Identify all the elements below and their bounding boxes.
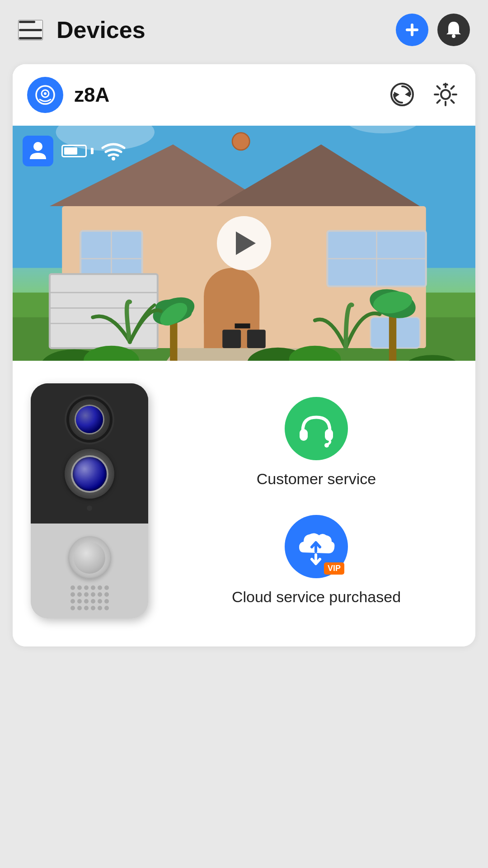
svg-rect-39 xyxy=(235,323,250,328)
menu-line-2 xyxy=(19,29,42,31)
svg-rect-37 xyxy=(222,330,241,348)
notification-button[interactable] xyxy=(437,14,470,46)
speaker-dot xyxy=(84,606,89,610)
speaker-dot xyxy=(77,599,82,604)
doorbell-button[interactable] xyxy=(68,536,111,579)
menu-line-3 xyxy=(19,37,42,39)
doorbell-camera-inner xyxy=(73,457,107,491)
svg-rect-1 xyxy=(406,28,418,31)
svg-point-49 xyxy=(112,157,115,160)
device-card: z8A xyxy=(13,64,475,646)
customer-service-label: Customer service xyxy=(257,470,376,488)
camera-overlay-top xyxy=(23,136,125,166)
svg-marker-7 xyxy=(405,91,410,97)
wifi-icon xyxy=(102,141,125,160)
speaker-dot xyxy=(84,599,89,604)
vip-badge: VIP xyxy=(324,562,344,575)
svg-rect-40 xyxy=(389,311,396,361)
speaker-dot xyxy=(91,592,95,597)
speaker-dot xyxy=(84,592,89,597)
play-button[interactable] xyxy=(217,216,271,270)
speaker-dot xyxy=(84,585,89,590)
speaker-dot xyxy=(98,606,102,610)
svg-point-19 xyxy=(232,133,249,150)
svg-point-52 xyxy=(324,443,329,448)
battery-fill xyxy=(64,147,77,155)
svg-point-2 xyxy=(452,34,455,38)
svg-point-5 xyxy=(44,92,47,95)
speaker-dot xyxy=(70,592,75,597)
speaker-dot xyxy=(98,599,102,604)
speaker-dot xyxy=(91,585,95,590)
menu-button[interactable] xyxy=(18,20,43,40)
cloud-service-item[interactable]: VIP Cloud service purchased xyxy=(232,515,401,606)
device-name: z8A xyxy=(74,84,387,106)
doorbell-speaker xyxy=(70,585,109,610)
speaker-dot xyxy=(104,599,109,604)
speaker-dot xyxy=(91,599,95,604)
speaker-dot xyxy=(70,606,75,610)
speaker-dot xyxy=(104,585,109,590)
speaker-dot xyxy=(98,585,102,590)
svg-point-9 xyxy=(441,90,450,99)
wifi-status xyxy=(102,141,125,161)
doorbell-top-lens xyxy=(69,399,110,440)
speaker-dot xyxy=(70,599,75,604)
speaker-dot xyxy=(104,592,109,597)
person-icon xyxy=(29,141,47,161)
camera-feed[interactable] xyxy=(13,126,475,361)
service-icons-container: Customer service VIP xyxy=(175,383,457,619)
play-triangle-icon xyxy=(236,231,256,255)
speaker-dot xyxy=(70,585,75,590)
bottom-section: Customer service VIP xyxy=(13,361,475,646)
customer-service-item[interactable]: Customer service xyxy=(257,397,376,488)
svg-rect-38 xyxy=(247,330,266,348)
speaker-dot xyxy=(77,592,82,597)
doorbell-lens-inner xyxy=(76,406,103,433)
device-card-header: z8A xyxy=(13,64,475,126)
device-header-actions xyxy=(387,79,461,111)
doorbell-icon xyxy=(33,83,57,107)
cloud-upload-icon xyxy=(295,525,338,568)
user-avatar-icon xyxy=(23,136,53,166)
doorbell-button-inner xyxy=(74,542,105,574)
headset-icon xyxy=(296,408,337,449)
doorbell-sensor xyxy=(87,505,92,511)
doorbell-device-image xyxy=(31,383,157,618)
doorbell-top xyxy=(31,383,148,524)
svg-point-48 xyxy=(33,142,42,151)
menu-line-1 xyxy=(19,21,35,23)
speaker-dot xyxy=(98,592,102,597)
svg-marker-8 xyxy=(394,92,399,98)
svg-rect-29 xyxy=(50,274,158,348)
device-avatar[interactable] xyxy=(27,77,63,113)
battery-body xyxy=(61,145,87,157)
gear-icon xyxy=(432,81,459,108)
battery-status xyxy=(61,145,94,157)
refresh-icon xyxy=(389,81,416,108)
doorbell-camera-ring xyxy=(65,449,114,499)
settings-button[interactable] xyxy=(430,79,461,111)
page-title: Devices xyxy=(56,16,396,43)
speaker-dot xyxy=(91,606,95,610)
battery-cap xyxy=(91,148,94,154)
doorbell-bottom xyxy=(31,524,148,618)
doorbell-device xyxy=(31,383,148,618)
cloud-service-label: Cloud service purchased xyxy=(232,588,401,606)
header: Devices xyxy=(0,0,488,60)
speaker-dot xyxy=(104,606,109,610)
speaker-dot xyxy=(77,585,82,590)
bell-icon xyxy=(446,21,462,39)
refresh-button[interactable] xyxy=(387,79,418,111)
customer-service-icon-circle xyxy=(285,397,348,460)
speaker-dot xyxy=(77,606,82,610)
plus-icon xyxy=(404,22,420,38)
header-actions xyxy=(396,14,470,46)
add-device-button[interactable] xyxy=(396,14,428,46)
cloud-service-icon-circle: VIP xyxy=(285,515,348,578)
svg-rect-50 xyxy=(300,429,308,441)
